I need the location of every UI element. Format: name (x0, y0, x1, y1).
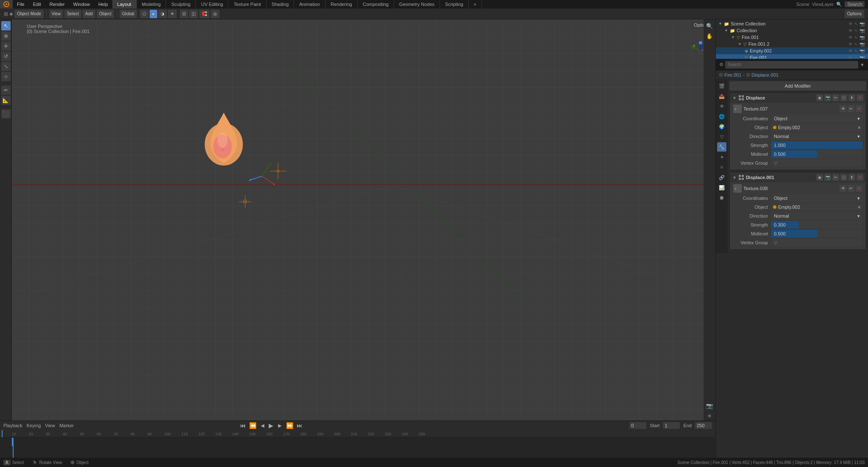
tool-measure[interactable]: 📐 (1, 96, 11, 105)
mod-1-move[interactable]: ⬆ (849, 94, 855, 101)
prop-filter-icon[interactable]: ▼ (860, 62, 865, 67)
tl-prev-keyframe[interactable]: ◄ (259, 422, 267, 429)
mod-1-cage[interactable]: ⬡ (840, 94, 847, 101)
prop-constraints-icon[interactable]: 🔗 (717, 173, 726, 182)
mod-1-delete[interactable]: ✕ (857, 94, 863, 101)
end-frame-input[interactable] (695, 422, 712, 429)
tab-animation[interactable]: Animation (294, 0, 326, 8)
mod-2-edit[interactable]: ✏ (832, 174, 839, 181)
snap-toggle[interactable]: 🧲 (199, 10, 209, 18)
tl-next-frame[interactable]: ⏩ (285, 422, 294, 429)
outliner-item-collection[interactable]: ▼ 📁 Collection 👁 ↖ 📷 (716, 27, 868, 34)
mod-1-edit[interactable]: ✏ (832, 94, 839, 101)
modifier-2-header[interactable]: ▼ Displace.001 ◉ 📷 ✏ ⬡ (730, 172, 866, 182)
texture-1-x[interactable]: ✕ (856, 105, 862, 112)
object-mode-selector[interactable]: Object Mode (14, 10, 44, 18)
eye-icon[interactable]: 👁 (849, 22, 853, 26)
menu-help[interactable]: Help (94, 0, 112, 8)
prop-particles-icon[interactable]: ✦ (717, 152, 726, 162)
tab-layout[interactable]: Layout (112, 0, 137, 8)
object-clear-2[interactable]: ✕ (857, 205, 861, 210)
view-layer-selector[interactable]: ViewLayer (812, 2, 834, 7)
tab-rendering[interactable]: Rendering (326, 0, 358, 8)
render-icon[interactable]: 📷 (860, 35, 865, 40)
direction-select-2[interactable]: Normal ▾ (771, 212, 862, 220)
overlay-toggle[interactable]: ⊡ (180, 10, 188, 18)
3d-cursor[interactable] (239, 195, 251, 208)
tab-texture-paint[interactable]: Texture Paint (228, 0, 266, 8)
tab-modeling[interactable]: Modeling (137, 0, 167, 8)
render-icon[interactable]: 📷 (860, 55, 865, 60)
select-menu[interactable]: Select (64, 10, 81, 18)
current-frame-input[interactable] (629, 422, 646, 429)
select-icon[interactable]: ↖ (854, 35, 858, 40)
tl-prev-frame[interactable]: ⏪ (248, 422, 257, 429)
mod-2-cage[interactable]: ⬡ (840, 174, 847, 181)
texture-2-x[interactable]: ✕ (856, 185, 862, 192)
add-modifier-button[interactable]: Add Modifier (729, 81, 866, 91)
tool-cursor[interactable]: ⊕ (1, 31, 11, 41)
global-selector[interactable]: Global (120, 10, 137, 18)
render-icon[interactable]: 📷 (860, 22, 865, 26)
proportional-toggle[interactable]: ◎ (211, 10, 220, 18)
outliner-item-fire001-2[interactable]: ▼ ▽ Fire.001 2 👁 ↖ 📷 (716, 41, 868, 47)
breadcrumb-displace001[interactable]: Displace.001 (751, 72, 779, 77)
shading-solid[interactable]: ● (150, 10, 157, 18)
prop-render-icon[interactable]: 🎬 (717, 81, 726, 91)
mod-1-realtime[interactable]: ◉ (816, 94, 823, 101)
timeline-view-menu[interactable]: View (45, 423, 55, 428)
prop-world-icon[interactable]: 🌍 (717, 122, 726, 131)
shading-material[interactable]: ◑ (158, 10, 167, 18)
tool-add-cube[interactable]: ⬛ (1, 109, 11, 119)
tool-move[interactable]: ✛ (1, 41, 11, 51)
search-input-top[interactable]: Search (845, 1, 865, 7)
viewport-camera-icon[interactable]: 📷 (705, 401, 714, 410)
mod-2-realtime[interactable]: ◉ (816, 174, 823, 181)
coordinates-select-2[interactable]: Object ▾ (771, 194, 862, 202)
breadcrumb-fire001[interactable]: Fire.001 (724, 72, 741, 77)
outliner-item-empty002[interactable]: ⊕ Empty.002 👁 ↖ 📷 (716, 47, 868, 54)
tab-sculpting[interactable]: Sculpting (166, 0, 196, 8)
viewport-3d[interactable]: User Perspective (0) Scene Collection | … (12, 19, 715, 420)
tab-scripting[interactable]: Scripting (440, 0, 469, 8)
modifier-1-header[interactable]: ▼ Displace ◉ 📷 ✏ ⬡ (730, 93, 866, 103)
tl-play[interactable]: ▶ (268, 422, 274, 429)
strength-field-1[interactable]: 1.000 (771, 141, 862, 149)
tl-jump-end[interactable]: ⏭ (296, 422, 303, 429)
menu-file[interactable]: File (13, 0, 29, 8)
midlevel-field-2[interactable]: 0.500 (771, 230, 862, 238)
vertexgroup-field-2[interactable]: ▽ (771, 239, 862, 246)
mod-1-render[interactable]: 📷 (824, 94, 831, 101)
object-dropdown-2[interactable]: Empty.002 ✕ (771, 203, 862, 211)
properties-search-input[interactable] (725, 61, 858, 69)
prop-view-icon[interactable]: 👁 (717, 102, 726, 111)
object-dropdown-1[interactable]: Empty.002 ✕ (771, 124, 862, 131)
menu-edit[interactable]: Edit (29, 0, 45, 8)
tab-shading[interactable]: Shading (267, 0, 294, 8)
tool-select[interactable]: ↖ (1, 21, 11, 30)
select-icon[interactable]: ↖ (854, 55, 858, 60)
select-icon[interactable]: ↖ (854, 28, 858, 33)
blender-logo[interactable] (0, 0, 13, 8)
tab-geometry-nodes[interactable]: Geometry Nodes (394, 0, 440, 8)
tool-rotate[interactable]: ↺ (1, 52, 11, 61)
tl-next-keyframe[interactable]: ► (276, 422, 284, 429)
render-icon[interactable]: 📷 (860, 42, 865, 47)
scene-selector[interactable]: Scene (796, 2, 810, 7)
object-menu[interactable]: Object (97, 10, 114, 18)
start-frame-input[interactable] (663, 422, 680, 429)
tl-jump-start[interactable]: ⏮ (239, 422, 247, 429)
timeline-playback-menu[interactable]: Playback (3, 423, 22, 428)
prop-object-icon[interactable]: ▽ (717, 132, 726, 141)
outliner-item-fire001-active[interactable]: ▽ Fire.001 👁 ↖ 📷 (716, 54, 868, 59)
select-icon[interactable]: ↖ (854, 42, 858, 47)
render-icon[interactable]: 📷 (860, 49, 865, 53)
outliner-item-fire001[interactable]: ▼ ▽ Fire.001 👁 ↖ 📷 (716, 34, 868, 41)
select-icon[interactable]: ↖ (854, 49, 858, 53)
tool-scale[interactable]: ⤡ (1, 62, 11, 71)
menu-render[interactable]: Render (45, 0, 69, 8)
eye-icon[interactable]: 👁 (849, 55, 853, 60)
tool-transform[interactable]: ⊹ (1, 72, 11, 81)
render-icon[interactable]: 📷 (860, 28, 865, 33)
timeline-marker-menu[interactable]: Marker (59, 423, 74, 428)
